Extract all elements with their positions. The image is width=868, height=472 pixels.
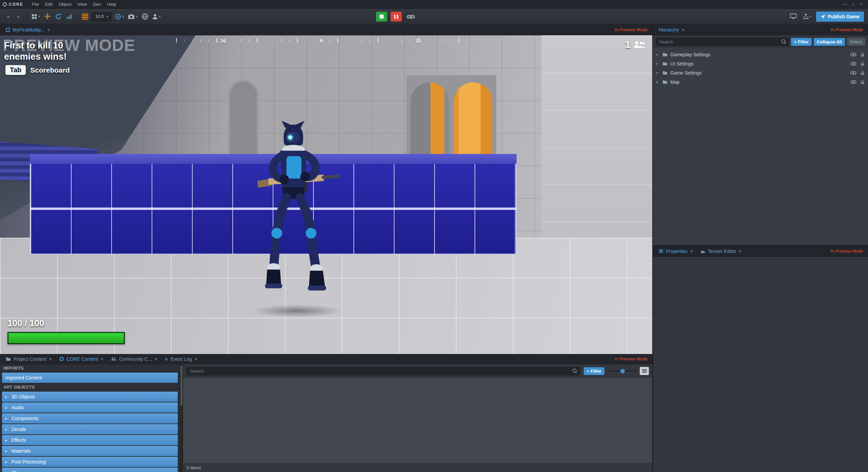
preview-screens-button[interactable] [788, 11, 798, 22]
hierarchy-item-ui-settings[interactable]: ▸ UI Settings [653, 59, 868, 68]
expand-arrow-icon[interactable]: ▸ [5, 416, 9, 421]
window-controls: — □ × [841, 2, 865, 7]
tab-project-content[interactable]: Project Content × [2, 354, 56, 364]
window-close-button[interactable]: × [857, 2, 865, 7]
sidebar-item-imported-content[interactable]: Imported Content [2, 373, 178, 383]
core-logo-text: CORE [9, 2, 23, 7]
sidebar-item-3d-objects[interactable]: ▸3D Objects [2, 392, 178, 402]
menu-view[interactable]: View [75, 1, 90, 7]
close-icon[interactable]: × [682, 27, 684, 33]
lock-icon[interactable] [861, 80, 865, 84]
asset-grid-empty[interactable] [183, 378, 652, 463]
hierarchy-tabbar: Hierarchy × In Preview Mode [653, 24, 868, 35]
expand-arrow-icon[interactable]: ▸ [656, 71, 660, 75]
menu-object[interactable]: Object [56, 1, 75, 7]
sidebar-item-post-processing[interactable]: ▸Post Processing [2, 457, 178, 467]
expand-arrow-icon[interactable]: ▸ [5, 438, 9, 442]
slider-knob[interactable] [620, 369, 625, 373]
maximize-button[interactable]: □ [849, 2, 857, 7]
menu-dev[interactable]: Dev [90, 1, 104, 7]
content-search-input[interactable] [187, 367, 580, 375]
expand-arrow-icon[interactable]: ▸ [5, 395, 9, 399]
visibility-eye-icon[interactable] [850, 62, 856, 65]
lock-icon[interactable] [861, 71, 865, 75]
snap-to-grid-button[interactable] [80, 11, 90, 22]
pause-button[interactable] [390, 12, 402, 22]
rotation-snap-button[interactable]: ▾ [113, 11, 126, 22]
tab-terrain-editor[interactable]: Terrain Editor × [697, 246, 745, 256]
sidebar-item-materials[interactable]: ▸Materials [2, 446, 178, 456]
close-icon[interactable]: × [195, 356, 197, 362]
undo-button[interactable]: ◄ [3, 11, 13, 22]
sidebar-item-audio[interactable]: ▸Audio [2, 402, 178, 413]
view-mode-button[interactable]: ▾ [30, 11, 42, 22]
grid-size-select[interactable]: 10.0 ▾ [92, 12, 112, 21]
sidebar-item-effects[interactable]: ▸Effects [2, 435, 178, 445]
expand-arrow-icon[interactable]: ▸ [5, 406, 9, 410]
expand-arrow-icon[interactable]: ▸ [656, 80, 660, 84]
menu-edit[interactable]: Edit [42, 1, 56, 7]
export-button[interactable]: ▾ [801, 11, 813, 22]
sidebar-item-decals[interactable]: ▸Decals [2, 424, 178, 434]
thumbnail-size-slider[interactable] [608, 371, 636, 372]
hierarchy-filter-button[interactable]: + Filter [791, 38, 812, 46]
person-icon [152, 14, 158, 20]
visibility-eye-icon[interactable] [850, 80, 856, 84]
toolbar-separator [26, 13, 27, 21]
sidebar-scrollbar[interactable] [180, 364, 183, 472]
scrollbar-thumb[interactable] [180, 366, 182, 406]
close-icon[interactable]: × [47, 27, 50, 33]
sidebar-item-sky[interactable]: ▸Sky [2, 468, 178, 472]
scene-tab-icon [6, 28, 10, 32]
hierarchy-item-gameplay-settings[interactable]: ▸ Gameplay Settings [653, 50, 868, 59]
expand-arrow-icon[interactable]: ▸ [656, 52, 660, 57]
content-search [187, 367, 580, 375]
screenshot-button[interactable]: ▾ [126, 11, 139, 22]
rotate-tool-button[interactable] [53, 11, 63, 22]
close-icon[interactable]: × [49, 356, 52, 362]
chevron-down-icon: ▾ [810, 15, 812, 18]
visibility-eye-icon[interactable] [850, 71, 856, 75]
hierarchy-item-map[interactable]: ▸ Map [653, 77, 868, 86]
scale-tool-button[interactable] [64, 11, 74, 22]
expand-arrow-icon[interactable]: ▸ [656, 61, 660, 66]
viewport-3d[interactable]: 36 N 15 PREVIEW MODE First to kill 10 en… [0, 35, 652, 354]
visibility-eye-icon[interactable] [850, 53, 856, 56]
tab-core-content[interactable]: CORE Content × [56, 354, 108, 364]
minimize-button[interactable]: — [841, 2, 849, 7]
avatar-settings-button[interactable]: ▾ [151, 11, 162, 22]
expand-arrow-icon[interactable]: ▸ [5, 460, 9, 464]
close-icon[interactable]: × [739, 249, 741, 254]
expand-arrow-icon[interactable]: ▸ [5, 427, 9, 432]
close-icon[interactable]: × [690, 249, 693, 254]
close-icon[interactable]: × [155, 356, 157, 362]
gamepad-button[interactable] [405, 11, 417, 22]
hierarchy-search-input[interactable] [656, 38, 789, 46]
redo-button[interactable]: ► [14, 11, 24, 22]
collapse-all-button[interactable]: Collapse All [814, 38, 845, 46]
rocket-icon [821, 14, 825, 19]
lock-icon[interactable] [861, 61, 865, 66]
content-filter-button[interactable]: + Filter [584, 367, 604, 375]
objective-line-1: First to kill 10 [4, 40, 67, 51]
expand-arrow-icon[interactable]: ▸ [5, 471, 9, 472]
tab-properties[interactable]: Properties × [655, 246, 697, 256]
tab-community-content[interactable]: Community C... × [107, 354, 161, 364]
menu-help[interactable]: Help [104, 1, 119, 7]
menu-file[interactable]: File [29, 1, 42, 7]
expand-arrow-icon[interactable]: ▸ [5, 449, 9, 453]
close-icon[interactable]: × [101, 356, 103, 362]
compass-label: 36 [220, 38, 226, 44]
tab-scene-myfirstmultiplayer[interactable]: MyFirstMultip... × [2, 24, 54, 35]
tab-event-log[interactable]: ≡ Event Log × [161, 354, 201, 364]
lock-icon[interactable] [861, 52, 865, 57]
tab-hierarchy[interactable]: Hierarchy × [655, 24, 688, 35]
hierarchy-item-game-settings[interactable]: ▸ Game Settings [653, 68, 868, 77]
move-tool-button[interactable] [42, 11, 53, 22]
multiplayer-preview-button[interactable] [140, 11, 150, 22]
sidebar-item-components[interactable]: ▸Components [2, 413, 178, 424]
view-toggle-button[interactable] [640, 367, 649, 375]
stop-button[interactable] [376, 12, 387, 22]
publish-game-button[interactable]: Publish Game [816, 12, 864, 22]
select-button[interactable]: Select [847, 38, 865, 46]
